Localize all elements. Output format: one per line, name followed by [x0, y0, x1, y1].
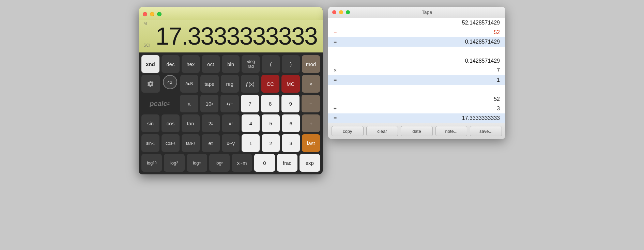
tape-date-btn[interactable]: date: [401, 126, 433, 136]
btn-cos[interactable]: cos: [162, 114, 180, 132]
btn-reg[interactable]: reg: [221, 75, 239, 93]
calc-row-6: log10 log2 loge logn x~m 0 frac exp: [141, 154, 320, 172]
btn-2x[interactable]: 2x: [202, 114, 220, 132]
calc-row-1: 2nd dec hex oct bin ›degrad ( ) mod: [141, 55, 320, 73]
btn-2[interactable]: 2: [262, 134, 280, 152]
btn-tape[interactable]: tape: [200, 75, 219, 93]
calc-zoom-button[interactable]: [157, 12, 162, 16]
btn-factorial[interactable]: x!: [222, 114, 240, 132]
btn-mod[interactable]: mod: [302, 55, 320, 73]
btn-sin[interactable]: sin: [141, 114, 159, 132]
btn-6[interactable]: 6: [282, 114, 300, 132]
tape-val: 17.3333333333: [344, 115, 500, 121]
btn-xy[interactable]: x~y: [222, 134, 240, 152]
btn-ab[interactable]: A▸B: [180, 75, 199, 93]
btn-hex[interactable]: hex: [182, 55, 200, 73]
btn-multiply[interactable]: ×: [302, 75, 320, 93]
tape-val: 0.1428571429: [344, 39, 500, 45]
btn-deg-rad[interactable]: ›degrad: [242, 55, 260, 73]
tape-row: 0.1428571429: [328, 56, 505, 66]
tape-clear-btn[interactable]: clear: [366, 126, 398, 136]
calculator-window: M SCI 17.3333333333 2nd dec hex oct bin …: [139, 7, 323, 174]
tape-close-button[interactable]: [332, 10, 336, 14]
btn-3[interactable]: 3: [282, 134, 300, 152]
btn-ex[interactable]: ex: [202, 134, 220, 152]
btn-8[interactable]: 8: [261, 95, 279, 112]
btn-plus[interactable]: +: [302, 114, 320, 132]
tape-title: Tape: [353, 10, 501, 15]
tape-row: − 52: [328, 28, 505, 37]
tape-row: = 1: [328, 75, 505, 85]
btn-arcsin[interactable]: sin-1: [141, 134, 159, 152]
pcalc-logo: pcalc4: [141, 95, 178, 112]
calc-row-2: 42 A▸B tape reg ƒ(x) CC MC ×: [141, 75, 320, 93]
tape-op: =: [334, 115, 344, 121]
btn-tan[interactable]: tan: [182, 114, 200, 132]
gear-icon: [147, 80, 154, 87]
btn-5[interactable]: 5: [262, 114, 280, 132]
tape-minimize-button[interactable]: [339, 10, 343, 14]
btn-2nd[interactable]: 2nd: [141, 55, 159, 73]
tape-row: × 7: [328, 66, 505, 75]
btn-xm[interactable]: x~m: [232, 154, 252, 172]
btn-1[interactable]: 1: [242, 134, 260, 152]
calc-titlebar: [139, 7, 323, 20]
btn-fx[interactable]: ƒ(x): [241, 75, 259, 93]
btn-0[interactable]: 0: [254, 154, 275, 172]
btn-plusminus[interactable]: +/−: [220, 95, 239, 112]
tape-window: Tape 52.1428571429 − 52 = 0.1428571429 0…: [328, 7, 505, 139]
btn-cc[interactable]: CC: [261, 75, 280, 93]
btn-settings[interactable]: [141, 75, 160, 93]
btn-42[interactable]: 42: [163, 75, 177, 89]
tape-op: ÷: [334, 106, 344, 112]
tape-op: =: [334, 39, 344, 45]
btn-close-paren[interactable]: ): [282, 55, 300, 73]
btn-log10[interactable]: log10: [141, 154, 162, 172]
btn-arccos[interactable]: cos-1: [162, 134, 180, 152]
btn-minus[interactable]: −: [302, 95, 320, 112]
calc-keypad: 2nd dec hex oct bin ›degrad ( ) mod 42 A…: [139, 52, 323, 174]
btn-logn[interactable]: logn: [209, 154, 230, 172]
btn-pi[interactable]: π: [180, 95, 198, 112]
btn-mc[interactable]: MC: [281, 75, 300, 93]
tape-footer: copy clear date note... save...: [328, 123, 505, 139]
btn-oct[interactable]: oct: [202, 55, 220, 73]
tape-op: −: [334, 29, 344, 35]
tape-note-btn[interactable]: note...: [435, 126, 467, 136]
btn-9[interactable]: 9: [281, 95, 300, 112]
calc-display: M SCI 17.3333333333: [139, 20, 323, 52]
tape-val: 3: [344, 106, 500, 112]
btn-log2[interactable]: log2: [164, 154, 184, 172]
tape-row-spacer: [328, 47, 505, 56]
tape-val: 0.1428571429: [344, 58, 500, 64]
btn-loge[interactable]: loge: [187, 154, 207, 172]
memory-label: M: [143, 21, 147, 26]
tape-val: 7: [344, 67, 500, 74]
btn-arctan[interactable]: tan-1: [182, 134, 200, 152]
tape-val: 52: [344, 96, 500, 102]
tape-row: ÷ 3: [328, 104, 505, 113]
tape-row: = 17.3333333333: [328, 113, 505, 123]
tape-zoom-button[interactable]: [346, 10, 350, 14]
btn-last[interactable]: last: [302, 134, 320, 152]
tape-copy-btn[interactable]: copy: [332, 126, 364, 136]
btn-open-paren[interactable]: (: [262, 55, 280, 73]
btn-dec[interactable]: dec: [162, 55, 180, 73]
tape-save-btn[interactable]: save...: [470, 126, 502, 136]
calc-row-4: sin cos tan 2x x! 4 5 6 +: [141, 114, 320, 132]
display-value: 17.3333333333: [144, 21, 317, 48]
tape-row: 52.1428571429: [328, 18, 505, 28]
calc-minimize-button[interactable]: [150, 12, 154, 16]
btn-frac[interactable]: frac: [277, 154, 297, 172]
btn-exp[interactable]: exp: [300, 154, 320, 172]
calc-row-5: sin-1 cos-1 tan-1 ex x~y 1 2 3 last: [141, 134, 320, 152]
tape-op: =: [334, 77, 344, 83]
tape-val: 52: [344, 29, 500, 35]
tape-titlebar: Tape: [328, 7, 505, 18]
btn-bin[interactable]: bin: [222, 55, 240, 73]
btn-7[interactable]: 7: [241, 95, 259, 112]
calc-close-button[interactable]: [143, 12, 147, 16]
btn-10x[interactable]: 10x: [200, 95, 219, 112]
btn-4[interactable]: 4: [242, 114, 260, 132]
sci-label: SCI: [143, 43, 150, 48]
